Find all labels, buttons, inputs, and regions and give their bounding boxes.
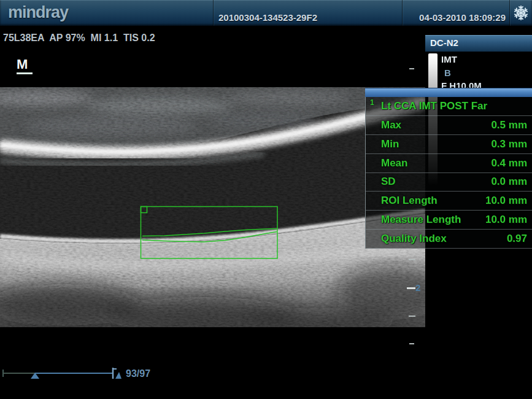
measurement-title: Lt CCA IMT POST Far [381,100,487,112]
cine-end-triangle[interactable] [115,372,121,379]
result-label: Max [381,119,401,131]
result-row-roi-length: ROI Length 10.0 mm [366,192,532,211]
ultrasound-screen: mindray 20100304-134523-29F2 04-03-2010 … [0,0,532,399]
depth-tick [409,316,415,317]
result-label: Min [381,138,399,150]
exam-id: 20100304-134523-29F2 [218,12,317,23]
ultrasound-image [0,87,425,327]
result-value: 10.0 mm [485,214,527,226]
mode-label-imt: IMT [441,54,457,64]
result-label: Mean [381,157,407,169]
depth-label: 2 [415,282,420,293]
frame-counter: 93/97 [126,368,150,379]
result-row-measure-length: Measure Length 10.0 mm [366,211,532,230]
depth-tick [409,68,414,69]
depth-tick [409,343,414,344]
probe-power-status: 75L38EA AP 97% MI 1.1 TIS 0.2 [3,33,155,44]
depth-tick-major [407,287,415,289]
result-row-min: Min 0.3 mm [366,135,532,154]
section-divider [509,0,510,26]
result-label: SD [381,176,396,188]
section-divider [213,0,214,26]
measurement-results-panel: 1 Lt CCA IMT POST Far Max 0.5 mm Min 0.3… [365,88,532,249]
depth-tick [409,259,415,260]
results-panel-body: 1 Lt CCA IMT POST Far Max 0.5 mm Min 0.3… [365,97,532,249]
result-value: 0.3 mm [491,138,527,150]
result-row-quality-index: Quality Index 0.97 [366,230,532,249]
results-panel-header[interactable] [365,88,532,97]
orientation-marker-letter: M [17,56,28,72]
top-status-bar: mindray 20100304-134523-29F2 04-03-2010 … [0,0,532,26]
result-value: 0.4 mm [491,157,527,169]
model-name: DC-N2 [430,37,458,48]
system-datetime: 04-03-2010 18:09:29 [404,12,506,23]
result-value: 0.0 mm [491,176,527,188]
orientation-marker-underline [17,72,33,74]
result-label: ROI Length [381,195,438,207]
result-label: Measure Length [381,214,461,226]
mindray-logo: mindray [8,3,68,22]
measurement-index: 1 [370,98,374,107]
snowflake-icon [513,5,529,21]
result-row-max: Max 0.5 mm [366,116,532,135]
result-value: 0.5 mm [491,119,527,131]
mode-label-b: B [444,68,451,78]
section-divider [402,0,403,26]
result-row-sd: SD 0.0 mm [366,173,532,192]
result-label: Quality Index [381,233,447,245]
result-value: 10.0 mm [485,195,527,207]
result-value: 0.97 [507,233,527,245]
result-title-row: 1 Lt CCA IMT POST Far [366,97,532,116]
result-row-mean: Mean 0.4 mm [366,154,532,173]
model-badge: DC-N2 [425,35,532,52]
orientation-marker: M [17,58,33,74]
